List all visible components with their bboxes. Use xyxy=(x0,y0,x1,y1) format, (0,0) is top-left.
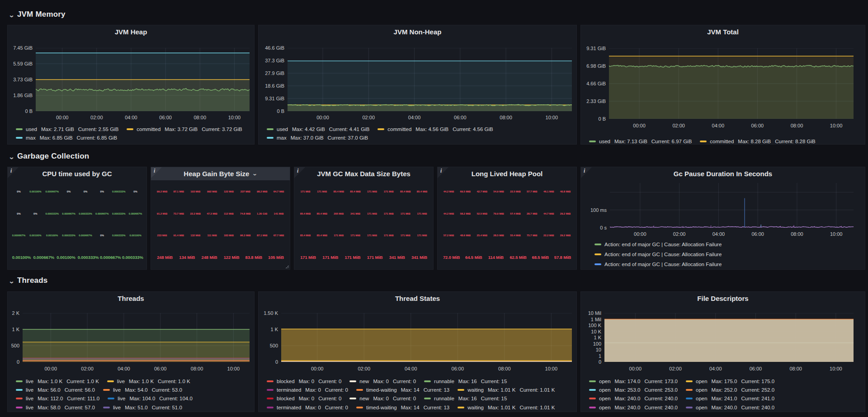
legend-item[interactable]: usedMax: 4.42 GiBCurrent: 4.41 GiB xyxy=(267,127,369,132)
legend-swatch-icon xyxy=(589,380,596,382)
legend-label: timed-waitingMax: 14Current: 13 xyxy=(366,405,449,410)
plot-area[interactable] xyxy=(36,48,250,111)
resize-handle-icon[interactable] xyxy=(285,265,289,268)
legend-series-name: live xyxy=(26,405,33,410)
legend-item[interactable]: usedMax: 7.13 GiBCurrent: 6.97 GiB xyxy=(589,139,692,144)
section-header-garbage-collection[interactable]: ⌄ Garbage Collection xyxy=(9,152,89,161)
stat-value: 57.2 MiB xyxy=(440,234,457,237)
legend-item[interactable]: openMax: 240.0Current: 240.0 xyxy=(589,396,678,401)
stat-row: 44.2 MiB69.5 MiB42.7 MiB54.9 MiB22.5 MiB… xyxy=(440,181,574,203)
legend-label: liveMax: 104.0Current: 104.0 xyxy=(118,396,193,401)
legend-item[interactable]: committedMax: 3.72 GiBCurrent: 3.72 GiB xyxy=(127,127,242,132)
info-icon[interactable]: i xyxy=(10,168,12,174)
legend-max-value: Max: 253.0 xyxy=(615,387,641,393)
x-axis-label: 00:00 xyxy=(316,115,329,120)
stat-value: 171 MiB xyxy=(380,212,397,215)
plot-area[interactable] xyxy=(23,313,250,362)
legend-max-value: Max: 14 xyxy=(401,387,420,393)
legend-item[interactable]: committedMax: 8.28 GiBCurrent: 8.28 GiB xyxy=(700,139,815,144)
info-icon[interactable]: i xyxy=(154,168,155,174)
stat-value: 91.4 MiB xyxy=(170,234,187,237)
legend-item[interactable]: newMax: 0Current: 0 xyxy=(349,396,416,401)
legend-label: committedMax: 3.72 GiBCurrent: 3.72 GiB xyxy=(137,127,242,132)
info-icon[interactable]: i xyxy=(440,168,442,174)
legend-item[interactable]: openMax: 252.0Current: 252.0 xyxy=(686,387,774,393)
stat-value: 122 MiB xyxy=(221,190,237,193)
legend-item[interactable]: openMax: 240.0Current: 240.0 xyxy=(589,405,678,410)
legend-item[interactable]: openMax: 241.0Current: 241.0 xyxy=(686,396,774,401)
legend-max-value: Max: 16 xyxy=(458,396,477,401)
stat-value: 79.9 MiB xyxy=(491,212,507,215)
plot-area[interactable] xyxy=(288,48,572,111)
section-header-threads[interactable]: ⌄ Threads xyxy=(9,276,47,285)
panel-header[interactable]: JVM Total xyxy=(581,25,865,38)
legend-item[interactable]: liveMax: 1.0 KCurrent: 1.0 K xyxy=(16,379,99,384)
panel-header[interactable]: Heap Gain Byte Size⌄ xyxy=(151,167,290,180)
legend-item[interactable]: blockedMax: 0Current: 0 xyxy=(267,396,341,401)
legend-item[interactable]: liveMax: 56.0Current: 56.0 xyxy=(16,387,95,393)
panel-header[interactable]: Thread States xyxy=(259,292,576,305)
legend-item[interactable]: openMax: 240.0Current: 240.0 xyxy=(686,405,774,410)
legend-max-value: Max: 51.0 xyxy=(125,405,148,410)
legend-max-value: Max: 0 xyxy=(373,379,389,384)
legend-item[interactable]: terminatedMax: 0Current: 0 xyxy=(267,405,348,410)
legend-item[interactable]: runnableMax: 16Current: 15 xyxy=(424,396,507,401)
legend-item[interactable]: maxMax: 37.0 GiBCurrent: 37.0 GiB xyxy=(267,135,368,141)
legend-item[interactable]: newMax: 0Current: 0 xyxy=(349,379,416,384)
legend-item[interactable]: openMax: 175.0Current: 175.0 xyxy=(686,379,774,384)
legend-item[interactable]: waitingMax: 1.01 KCurrent: 1.01 K xyxy=(458,405,555,410)
legend-item[interactable]: liveMax: 51.0Current: 51.0 xyxy=(103,405,182,410)
legend-max-value: Max: 7.13 GiB xyxy=(614,139,647,144)
panel-header[interactable]: Long Lived Heap Pool xyxy=(438,167,576,180)
legend-item[interactable]: timed-waitingMax: 14Current: 13 xyxy=(356,405,449,410)
y-axis-label: 2 K xyxy=(12,310,19,316)
legend-item[interactable]: Action: end of major GC | Cause: Allocat… xyxy=(594,252,722,257)
plot-area[interactable] xyxy=(610,183,854,228)
legend-item[interactable]: maxMax: 6.85 GiBCurrent: 6.85 GiB xyxy=(16,135,117,141)
legend-item[interactable]: liveMax: 58.0Current: 57.0 xyxy=(16,405,95,410)
panel-header[interactable]: Threads xyxy=(8,292,254,305)
section-header-jvm-memory[interactable]: ⌄ JVM Memory xyxy=(9,10,66,19)
panel-header[interactable]: File Descriptors xyxy=(581,292,865,305)
y-axis-label: 1 xyxy=(599,353,601,359)
panel-header[interactable]: CPU time used by GC xyxy=(8,167,146,180)
legend-swatch-icon xyxy=(16,398,23,399)
legend-item[interactable]: waitingMax: 1.01 KCurrent: 1.01 K xyxy=(458,387,555,393)
legend-item[interactable]: blockedMax: 0Current: 0 xyxy=(267,379,341,384)
legend-item[interactable]: Action: end of major GC | Cause: Allocat… xyxy=(594,262,722,267)
legend-item[interactable]: usedMax: 2.71 GiBCurrent: 2.55 GiB xyxy=(16,127,118,132)
legend-item[interactable]: liveMax: 1.0 KCurrent: 1.0 K xyxy=(107,379,190,384)
panel-header[interactable]: JVM Non-Heap xyxy=(259,25,576,38)
legend-series-name: waiting xyxy=(467,387,484,393)
plot-area[interactable] xyxy=(281,313,572,362)
x-axis-label: 10:00 xyxy=(830,366,842,371)
legend-item[interactable]: timed-waitingMax: 14Current: 13 xyxy=(356,387,449,393)
legend-item[interactable]: liveMax: 104.0Current: 104.0 xyxy=(108,396,193,401)
stat-value: 44.2 MiB xyxy=(440,190,457,193)
plot-area[interactable] xyxy=(604,313,854,362)
info-icon[interactable]: i xyxy=(297,168,298,174)
y-axis-label: 1 K xyxy=(594,335,601,340)
stat-value: 0.000333% xyxy=(44,212,61,215)
stat-value: 72.0 MiB xyxy=(440,255,462,260)
legend-swatch-icon xyxy=(107,380,114,382)
panel-header[interactable]: JVM GC Max Data Size Bytes xyxy=(294,167,433,180)
legend-item[interactable]: openMax: 174.0Current: 173.0 xyxy=(589,379,678,384)
info-icon[interactable]: i xyxy=(584,168,585,174)
legend-swatch-icon xyxy=(108,398,114,399)
legend-item[interactable]: committedMax: 4.56 GiBCurrent: 4.56 GiB xyxy=(377,127,493,132)
legend-item[interactable]: openMax: 253.0Current: 253.0 xyxy=(589,387,678,393)
panel-header[interactable]: Gc Pause Duration In Seconds xyxy=(581,167,865,180)
panel-header[interactable]: JVM Heap xyxy=(8,25,254,38)
legend-item[interactable]: liveMax: 54.0Current: 53.0 xyxy=(103,387,182,393)
legend-series-name: open xyxy=(599,379,611,384)
plot-area[interactable] xyxy=(609,48,854,119)
legend-label: liveMax: 1.0 KCurrent: 1.0 K xyxy=(117,379,190,384)
legend-item[interactable]: runnableMax: 16Current: 15 xyxy=(424,379,507,384)
legend-item[interactable]: terminatedMax: 0Current: 0 xyxy=(267,387,348,393)
legend-series-name: blocked xyxy=(277,379,295,384)
legend-item[interactable]: Action: end of major GC | Cause: Allocat… xyxy=(594,242,722,247)
stat-value: 47.3 MiB xyxy=(204,212,221,215)
stat-value: 171 MiB xyxy=(341,255,363,260)
legend-item[interactable]: liveMax: 112.0Current: 111.0 xyxy=(16,396,99,401)
